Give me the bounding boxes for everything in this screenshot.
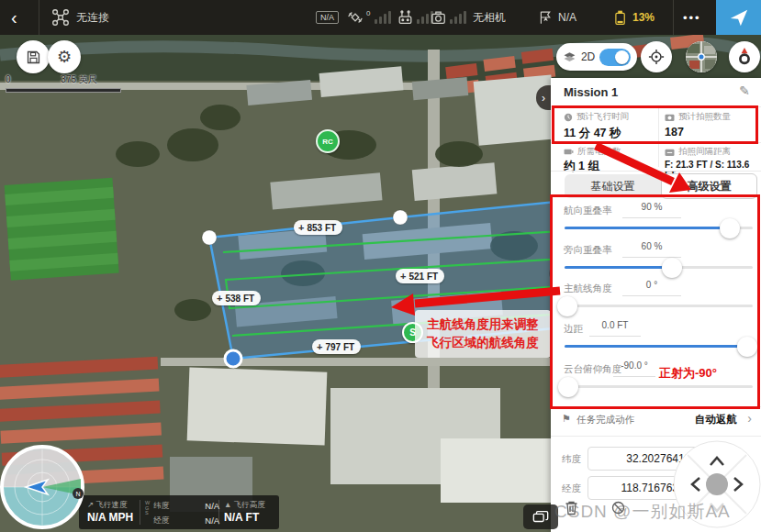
divider xyxy=(551,171,761,172)
divider xyxy=(39,0,39,35)
edge-label-top: + 853 FT xyxy=(294,220,342,235)
crosshair-icon xyxy=(648,49,665,65)
slider-handle[interactable] xyxy=(662,258,682,278)
map-mode-pill: 2D xyxy=(556,43,637,71)
more-menu-button[interactable]: ••• xyxy=(683,11,701,25)
takeoff-button[interactable] xyxy=(716,0,761,35)
slider-route-angle: 主航线角度 0 ° xyxy=(551,281,761,319)
back-button[interactable]: ‹ xyxy=(11,7,17,28)
toggle-knob xyxy=(615,50,629,64)
attitude-compass[interactable]: N xyxy=(0,443,88,532)
slider-value-field[interactable]: -90.0 ° xyxy=(613,360,655,377)
slider-track[interactable] xyxy=(565,345,753,348)
slider-handle[interactable] xyxy=(557,296,577,316)
slider-side-overlap: 旁向重叠率 60 % xyxy=(551,242,761,281)
delete-mission-icon[interactable] xyxy=(565,500,578,515)
photo-icon xyxy=(665,113,675,122)
mission-header: Mission 1 ✎ xyxy=(551,78,761,106)
tel-lat-label: 纬度 xyxy=(153,501,169,512)
telemetry-bar: ↗ 飞行速度 N/A MPH WGS 纬度 N/A 经度 N/A ▲ 飞 xyxy=(79,495,279,529)
slider-value-field[interactable]: 0.0 FT xyxy=(589,320,641,337)
slider-track[interactable] xyxy=(565,385,753,388)
nudge-dpad[interactable] xyxy=(671,438,761,528)
tab-basic-settings[interactable]: 基础设置 xyxy=(565,174,661,198)
gear-icon: ⚙ xyxy=(57,47,72,67)
vertex-handle-selected[interactable] xyxy=(225,350,241,367)
map-layers-icon xyxy=(532,510,549,524)
camera-signal-bars xyxy=(450,11,466,24)
edge-label-left: + 538 FT xyxy=(212,291,261,305)
stat-battery-label: 所需电池数 xyxy=(564,146,621,158)
divider xyxy=(140,500,140,525)
move-cross-icon: + xyxy=(400,271,406,282)
stat-photo-count-value: 187 xyxy=(665,126,684,139)
gimbal-annotation: 正射为-90° xyxy=(659,365,717,382)
slider-value-field[interactable]: 60 % xyxy=(622,241,681,258)
edit-mission-icon[interactable]: ✎ xyxy=(739,83,750,98)
map-mode-label: 2D xyxy=(581,50,595,63)
camera-icon xyxy=(430,9,447,26)
map-layer-switch-button[interactable] xyxy=(523,504,558,529)
slider-label: 主航线角度 xyxy=(564,283,612,295)
scale-end: 375 英尺 xyxy=(61,74,96,84)
edge-label-bottom: + 797 FT xyxy=(312,339,361,354)
slider-value-field[interactable]: 90 % xyxy=(622,202,681,218)
tel-lat-value: N/A xyxy=(205,501,219,512)
drone-icon xyxy=(51,8,70,27)
slider-value-field[interactable]: 0 ° xyxy=(622,280,681,296)
status-na-badge: N/A xyxy=(316,11,339,24)
slider-handle[interactable] xyxy=(558,377,578,397)
locate-button[interactable] xyxy=(641,41,672,72)
altitude-value: N/A FT xyxy=(224,511,259,524)
battery-icon xyxy=(613,10,628,26)
slider-gimbal-pitch: 云台俯仰角度 -90.0 ° 正射为-90° xyxy=(551,361,761,400)
connection-status: 无连接 xyxy=(76,10,109,26)
slider-handle[interactable] xyxy=(737,337,757,357)
save-mission-button[interactable] xyxy=(17,40,50,73)
divider xyxy=(658,108,659,167)
status-bar: ‹ 无连接 N/A 0 xyxy=(0,0,761,35)
move-cross-icon: + xyxy=(217,293,222,304)
slider-handle[interactable] xyxy=(720,218,740,238)
speed-value: N/A MPH xyxy=(87,511,133,524)
mission-panel: Mission 1 ✎ 预计飞行时间 11 分 47 秒 预计拍照数量 187 … xyxy=(551,78,761,532)
battery-percent: 13% xyxy=(632,11,655,24)
slider-track[interactable] xyxy=(565,227,753,229)
compass-reset-button[interactable] xyxy=(729,41,760,72)
camera-status: 无相机 xyxy=(473,10,506,26)
satellite-count: 0 xyxy=(366,9,370,17)
divider xyxy=(551,406,761,407)
battery-small-icon xyxy=(564,148,574,156)
altitude-icon: ▲ xyxy=(224,500,231,509)
slider-label: 航向重叠率 xyxy=(564,205,612,217)
vertex-handle[interactable] xyxy=(202,230,217,245)
tab-advanced-settings[interactable]: 高级设置 xyxy=(661,173,757,199)
slider-track[interactable] xyxy=(565,305,753,307)
layers-icon xyxy=(563,50,576,64)
speed-arrow-icon: ↗ xyxy=(87,500,94,509)
stat-photo-count-label: 预计拍照数量 xyxy=(665,111,731,123)
app-screen: 0 375 英尺 + 853 FT + 521 FT + 538 FT + 79… xyxy=(0,0,761,532)
divider xyxy=(551,436,761,437)
slider-track[interactable] xyxy=(565,266,753,269)
stat-flight-time-label: 预计飞行时间 xyxy=(564,111,629,123)
finish-action-value: 自动返航 xyxy=(695,413,737,427)
nudge-center-knob[interactable] xyxy=(706,473,728,495)
finish-action-label: 任务完成动作 xyxy=(576,414,634,427)
north-label: N xyxy=(75,491,80,497)
mission-title: Mission 1 xyxy=(564,85,618,99)
finish-action-row[interactable]: ⚑ 任务完成动作 自动返航 › xyxy=(551,410,761,434)
disable-icon[interactable] xyxy=(611,501,625,515)
slider-course-overlap: 航向重叠率 90 % xyxy=(551,203,761,241)
settings-button[interactable]: ⚙ xyxy=(48,40,81,73)
remote-controller-icon xyxy=(397,9,414,26)
stat-interval-label: 拍照间隔距离 xyxy=(665,146,731,158)
interval-icon xyxy=(665,148,675,157)
latitude-label: 纬度 xyxy=(562,453,581,466)
flag-icon: ⚑ xyxy=(562,413,571,425)
minimap-button[interactable] xyxy=(686,41,717,72)
map-2d-toggle[interactable] xyxy=(599,49,631,66)
vertex-handle[interactable] xyxy=(393,210,408,225)
annotation-route-note: 主航线角度用来调整 飞行区域的航线角度 xyxy=(415,310,551,358)
tel-lng-value: N/A xyxy=(205,515,219,526)
